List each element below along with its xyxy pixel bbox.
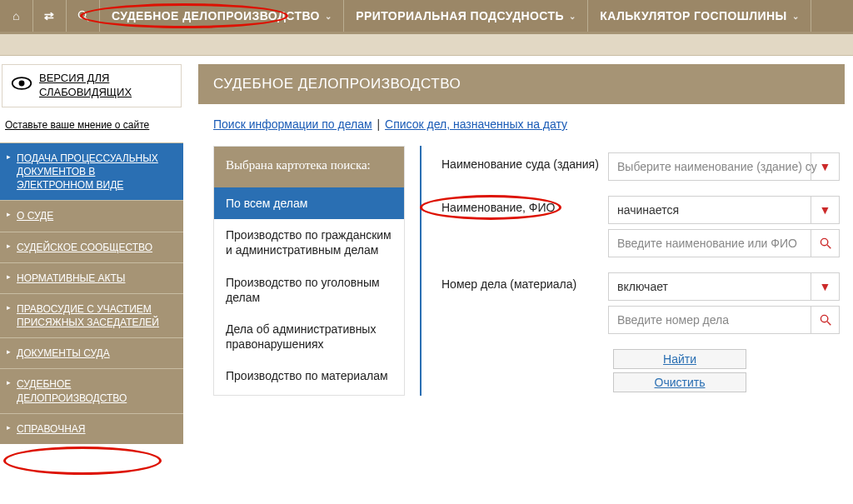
case-number-field[interactable] [608,306,840,334]
svg-line-5 [827,245,831,248]
dropdown-icon[interactable]: ▼ [811,273,839,300]
sidebar-item-court-docs[interactable]: ▸ ДОКУМЕНТЫ СУДА [0,337,183,368]
svg-point-0 [78,11,85,17]
caret-right-icon: ▸ [7,378,11,387]
left-column: ВЕРСИЯ ДЛЯ СЛАБОВИДЯЩИХ Оставьте ваше мн… [0,56,183,444]
annotation [3,447,162,475]
sidebar-item-about-court[interactable]: ▸ О СУДЕ [0,200,183,231]
feedback-link[interactable]: Оставьте ваше мнение о сайте [5,119,183,131]
card-index-selector: Выбрана картотека поиска: По всем делам … [213,146,405,396]
search-icon[interactable] [67,0,100,32]
caret-right-icon: ▸ [7,242,11,250]
link-cases-by-date[interactable]: Список дел, назначенных на дату [385,117,567,131]
search-form: Наименование суда (здания) ▼ Наименовани… [436,146,845,396]
card-index-heading: Выбрана картотека поиска: [214,147,404,187]
search-icon[interactable] [811,307,839,333]
card-option-admin[interactable]: Дела об административных правонарушениях [214,313,404,360]
caret-right-icon: ▸ [7,303,11,312]
party-name-input[interactable] [617,237,831,250]
caret-right-icon: ▸ [7,210,11,218]
card-option-civil[interactable]: Производство по гражданским и администра… [214,219,404,266]
clear-button[interactable]: Очистить [613,372,746,392]
caret-right-icon: ▸ [7,152,11,161]
vertical-divider [420,146,422,396]
sidebar-item-electronic-filing[interactable]: ▸ ПОДАЧА ПРОЦЕССУАЛЬНЫХ ДОКУМЕНТОВ В ЭЛЕ… [0,142,183,201]
accessibility-version[interactable]: ВЕРСИЯ ДЛЯ СЛАБОВИДЯЩИХ [2,64,182,107]
search-icon[interactable] [811,230,839,257]
sidebar-item-judiciary[interactable]: ▸ СУДЕЙСКОЕ СООБЩЕСТВО [0,232,183,262]
nav-label: РРИТОРИАЛЬНАЯ ПОДСУДНОСТЬ [356,9,564,22]
card-option-materials[interactable]: Производство по материалам [214,360,404,392]
nav-jurisdiction[interactable]: РРИТОРИАЛЬНАЯ ПОДСУДНОСТЬ⌄ [344,0,588,32]
main-content: СУДЕБНОЕ ДЕЛОПРОИЗВОДСТВО Поиск информац… [183,56,853,444]
court-name-select[interactable]: ▼ [608,152,840,181]
dropdown-icon[interactable]: ▼ [811,153,839,180]
top-nav: ⌂ ⇄ СУДЕБНОЕ ДЕЛОПРОИЗВОДСТВО⌄ РРИТОРИАЛ… [0,0,853,32]
nav-label: СУДЕБНОЕ ДЕЛОПРОИЗВОДСТВО [112,9,320,22]
sidebar-item-regulations[interactable]: ▸ НОРМАТИВНЫЕ АКТЫ [0,262,183,293]
court-name-input[interactable] [617,160,831,173]
sidebar-item-case-proceedings[interactable]: ▸ СУДЕБНОЕ ДЕЛОПРОИЗВОДСТВО [0,368,183,412]
caret-right-icon: ▸ [7,347,11,356]
label-party-name: Наименование, ФИО [441,196,608,214]
eye-icon [11,75,32,97]
page-title: СУДЕБНОЕ ДЕЛОПРОИЗВОДСТВО [198,64,845,104]
search-button[interactable]: Найти [613,349,746,369]
card-option-criminal[interactable]: Производство по уголовным делам [214,267,404,313]
card-option-all[interactable]: По всем делам [214,187,404,219]
sidebar-item-reference[interactable]: ▸ СПРАВОЧНАЯ [0,413,183,444]
party-match-value[interactable] [617,203,831,217]
case-number-match-select[interactable]: ▼ [608,272,840,301]
sidebar-menu: ▸ ПОДАЧА ПРОЦЕССУАЛЬНЫХ ДОКУМЕНТОВ В ЭЛЕ… [0,142,183,444]
chevron-down-icon: ⌄ [792,12,799,21]
svg-line-1 [85,17,88,21]
caret-right-icon: ▸ [7,423,11,432]
nav-case-proceedings[interactable]: СУДЕБНОЕ ДЕЛОПРОИЗВОДСТВО⌄ [100,0,344,32]
home-icon[interactable]: ⌂ [0,0,33,32]
nav-fee-calculator[interactable]: КАЛЬКУЛЯТОР ГОСПОШЛИНЫ⌄ [588,0,811,32]
case-number-input[interactable] [617,313,831,327]
chevron-down-icon: ⌄ [325,12,332,21]
svg-line-7 [827,322,831,325]
svg-point-3 [19,80,25,86]
svg-point-4 [821,238,827,245]
accessibility-link[interactable]: ВЕРСИЯ ДЛЯ СЛАБОВИДЯЩИХ [39,72,132,100]
dropdown-icon[interactable]: ▼ [811,197,839,223]
party-match-select[interactable]: ▼ [608,196,840,224]
svg-point-6 [821,315,827,322]
party-name-field[interactable] [608,229,840,257]
caret-right-icon: ▸ [7,272,11,281]
sidebar-item-jury[interactable]: ▸ ПРАВОСУДИЕ С УЧАСТИЕМ ПРИСЯЖНЫХ ЗАСЕДА… [0,293,183,337]
case-number-match-value[interactable] [617,280,831,293]
label-court-name: Наименование суда (здания) [441,152,608,171]
sub-nav: Поиск информации по делам | Список дел, … [198,104,845,146]
link-case-search[interactable]: Поиск информации по делам [213,117,372,131]
nav-label: КАЛЬКУЛЯТОР ГОСПОШЛИНЫ [600,9,786,22]
chevron-down-icon: ⌄ [569,12,576,21]
label-case-number: Номер дела (материала) [441,272,608,291]
share-icon[interactable]: ⇄ [33,0,67,32]
